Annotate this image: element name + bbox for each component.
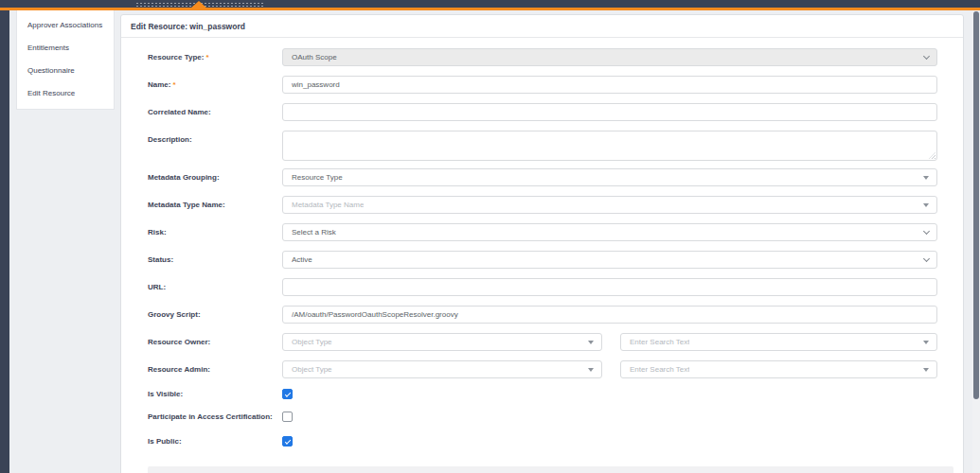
dropdown-caret-icon — [588, 341, 594, 344]
dropdown-caret-icon — [588, 368, 594, 372]
selected-value: Resource Type — [292, 173, 343, 182]
name-input[interactable] — [282, 76, 937, 94]
placeholder-text: Object Type — [292, 365, 332, 374]
select-chevron-icon — [923, 227, 930, 234]
name-label: Name:* — [148, 76, 282, 94]
label-text: Resource Type: — [148, 53, 204, 61]
sidebar-item-questionnaire[interactable]: Questionnaire — [17, 59, 114, 81]
required-asterisk: * — [205, 53, 208, 61]
resource-admin-search-dropdown[interactable]: Enter Search Text — [620, 360, 937, 378]
url-row: URL: — [148, 278, 937, 296]
scrollbar-thumb[interactable] — [973, 11, 979, 399]
label-text: Name: — [148, 80, 170, 89]
sidebar-item-approver-associations[interactable]: Approver Associations — [17, 13, 114, 36]
sidebar-item-edit-resource[interactable]: Edit Resource — [17, 81, 114, 104]
page-title: Edit Resource: win_password — [121, 15, 963, 38]
placeholder-text: Enter Search Text — [630, 365, 689, 374]
url-label: URL: — [148, 278, 282, 296]
sidebar-menu: Approver Associations Entitlements Quest… — [16, 10, 115, 110]
dropdown-caret-icon — [923, 368, 929, 372]
left-edge-strip — [0, 0, 9, 473]
metadata-type-name-dropdown[interactable]: Metadata Type Name — [282, 196, 937, 214]
placeholder-text: Metadata Type Name — [292, 201, 364, 209]
resource-owner-search-dropdown[interactable]: Enter Search Text — [620, 333, 937, 351]
sidebar-item-entitlements[interactable]: Entitlements — [17, 36, 114, 59]
top-bar — [0, 0, 980, 10]
description-label: Description: — [148, 131, 282, 161]
resource-owner-row: Resource Owner: Object Type Enter Search… — [148, 333, 937, 351]
dropdown-caret-icon — [923, 341, 929, 344]
description-textarea[interactable] — [282, 131, 937, 161]
is-visible-label: Is Visible: — [148, 388, 282, 399]
correlated-name-input[interactable] — [282, 103, 937, 121]
correlated-name-label: Correlated Name: — [148, 103, 282, 121]
placeholder-text: Object Type — [292, 338, 332, 346]
status-label: Status: — [148, 251, 282, 269]
edit-resource-panel: Edit Resource: win_password Resource Typ… — [120, 14, 964, 473]
select-chevron-icon — [923, 254, 930, 261]
is-visible-row: Is Visible: — [148, 388, 937, 399]
selected-value: Active — [292, 255, 312, 264]
status-row: Status: Active — [148, 251, 937, 269]
groovy-script-label: Groovy Script: — [148, 306, 282, 324]
metadata-type-name-label: Metadata Type Name: — [148, 196, 282, 214]
dropdown-caret-icon — [923, 203, 929, 207]
resource-type-label: Resource Type:* — [148, 48, 282, 66]
participate-label: Participate in Access Certification: — [148, 411, 282, 422]
risk-row: Risk: Select a Risk — [148, 223, 937, 241]
check-icon — [285, 391, 291, 396]
resource-admin-label: Resource Admin: — [148, 360, 282, 378]
resource-owner-label: Resource Owner: — [148, 333, 282, 351]
section-footer-strip — [148, 466, 953, 473]
participate-checkbox[interactable] — [282, 412, 293, 422]
url-input[interactable] — [282, 278, 937, 296]
vertical-scrollbar[interactable] — [972, 10, 980, 473]
resource-type-select[interactable]: OAuth Scope — [282, 48, 937, 66]
participate-row: Participate in Access Certification: — [148, 411, 937, 422]
dropdown-caret-icon — [923, 176, 929, 180]
select-chevron-icon — [923, 52, 930, 59]
placeholder-text: Enter Search Text — [630, 338, 689, 346]
resource-admin-row: Resource Admin: Object Type Enter Search… — [148, 360, 937, 378]
metadata-grouping-dropdown[interactable]: Resource Type — [282, 168, 937, 186]
required-asterisk: * — [172, 80, 175, 89]
status-select[interactable]: Active — [282, 251, 937, 269]
metadata-grouping-row: Metadata Grouping: Resource Type — [148, 168, 937, 186]
metadata-grouping-label: Metadata Grouping: — [148, 168, 282, 186]
edit-resource-form: Resource Type:* OAuth Scope Name:* Corre… — [121, 38, 963, 447]
is-public-checkbox[interactable] — [282, 436, 293, 447]
resource-type-row: Resource Type:* OAuth Scope — [148, 48, 937, 66]
is-public-row: Is Public: — [148, 435, 937, 447]
description-row: Description: — [148, 131, 937, 161]
risk-select[interactable]: Select a Risk — [282, 223, 937, 241]
resize-handle-icon[interactable] — [929, 152, 935, 159]
name-row: Name:* — [148, 76, 937, 94]
risk-label: Risk: — [148, 223, 282, 241]
correlated-name-row: Correlated Name: — [148, 103, 937, 121]
is-visible-checkbox[interactable] — [282, 389, 293, 399]
resource-owner-object-type-dropdown[interactable]: Object Type — [282, 333, 602, 351]
selected-value: OAuth Scope — [292, 53, 337, 61]
is-public-label: Is Public: — [148, 435, 282, 447]
accent-border — [0, 8, 980, 10]
check-icon — [285, 438, 291, 444]
resource-admin-object-type-dropdown[interactable]: Object Type — [282, 360, 602, 378]
selected-value: Select a Risk — [292, 228, 336, 236]
groovy-script-row: Groovy Script: — [148, 306, 937, 324]
metadata-type-name-row: Metadata Type Name: Metadata Type Name — [148, 196, 937, 214]
groovy-script-input[interactable] — [282, 306, 937, 324]
